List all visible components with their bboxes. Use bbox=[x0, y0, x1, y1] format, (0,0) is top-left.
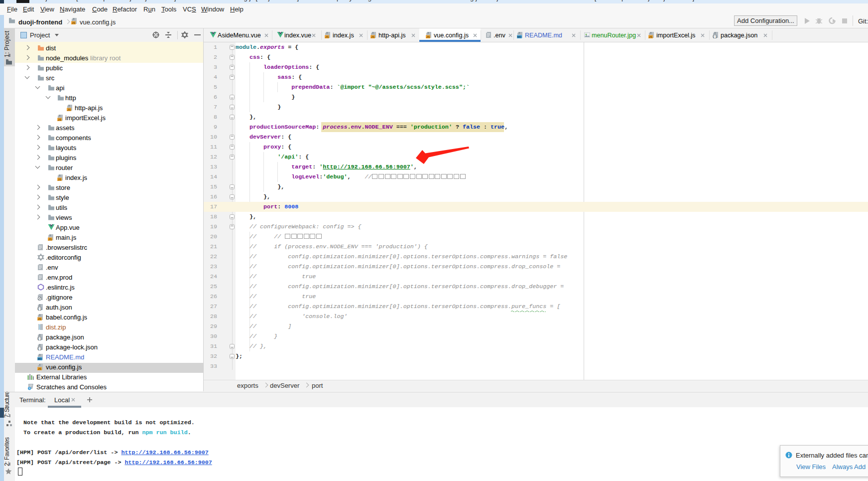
svg-text:{}: {} bbox=[37, 307, 42, 311]
svg-text:JS: JS bbox=[58, 178, 61, 181]
svg-text:JS: JS bbox=[371, 35, 374, 38]
svg-text:JS: JS bbox=[38, 367, 41, 370]
svg-text:JS: JS bbox=[48, 238, 52, 241]
svg-text:{}: {} bbox=[713, 35, 717, 38]
svg-text:JS: JS bbox=[58, 118, 61, 121]
svg-text:JS: JS bbox=[325, 35, 329, 38]
svg-text:{}: {} bbox=[37, 337, 42, 340]
svg-text:JS: JS bbox=[72, 21, 75, 24]
svg-text:JS: JS bbox=[67, 108, 71, 111]
svg-text:7: Structure: 7: Structure bbox=[3, 391, 10, 418]
svg-text:1: Project: 1: Project bbox=[3, 31, 10, 57]
svg-text:JS: JS bbox=[426, 35, 430, 38]
svg-text:MD: MD bbox=[38, 357, 42, 360]
svg-text:{}: {} bbox=[37, 347, 42, 350]
svg-text:2: Favorites: 2: Favorites bbox=[3, 437, 10, 466]
svg-text:JS: JS bbox=[38, 318, 41, 321]
svg-text:JS: JS bbox=[649, 35, 652, 38]
svg-text:MD: MD bbox=[517, 35, 521, 38]
